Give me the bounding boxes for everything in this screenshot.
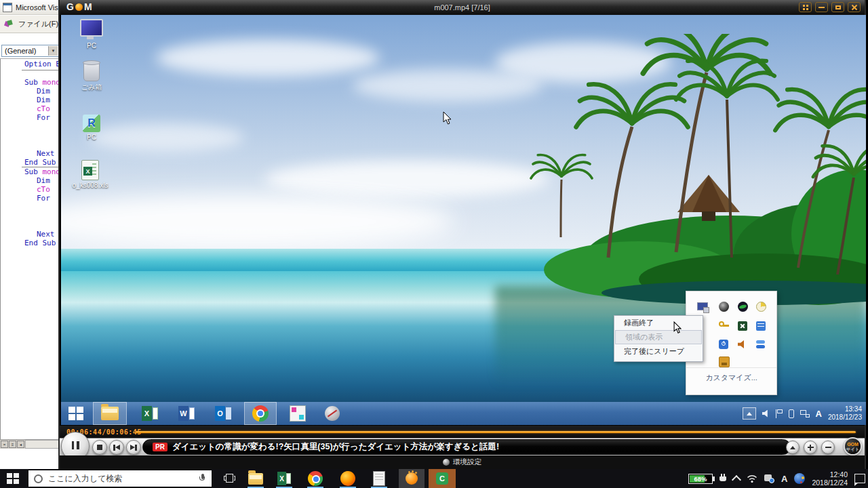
taskbar-camtasia[interactable]: C <box>429 469 456 488</box>
code-line: For <box>37 195 50 203</box>
taskbar-gom-player[interactable] <box>399 469 425 488</box>
ime-indicator[interactable]: A <box>781 474 787 484</box>
vba-app-icon <box>3 3 12 12</box>
recorded-start-button[interactable] <box>64 402 88 425</box>
recorded-taskbar-chrome[interactable] <box>244 402 277 425</box>
wallpaper-island <box>439 34 866 312</box>
recorded-taskbar-outlook[interactable]: O <box>209 402 237 425</box>
menu-item-show-region[interactable]: 領域の表示 <box>615 330 702 344</box>
taskbar-chrome[interactable] <box>305 471 326 486</box>
vba-file-menu[interactable]: ファイル(F) <box>18 19 58 29</box>
module-view-button[interactable]: ≡ <box>9 441 16 448</box>
video-area[interactable]: PC ごみ箱 R PC X o_ks008.xls <box>61 15 866 425</box>
menu-item-stop-recording[interactable]: 録画終了 <box>614 316 703 330</box>
windows-logo-icon <box>7 473 19 484</box>
action-center-icon[interactable] <box>854 474 865 483</box>
chevron-down-icon[interactable]: ▼ <box>48 46 58 56</box>
vba-code-panel[interactable]: Option E Sub mond Dim Dim cTo For Next E… <box>0 58 60 440</box>
taskbar-notes[interactable] <box>369 471 389 486</box>
desktop-icon-r-app[interactable]: R PC <box>68 115 115 141</box>
gom-site-button[interactable]: GOM サイト <box>844 437 862 455</box>
recycle-bin-icon <box>83 62 100 81</box>
excel-file-icon: X <box>81 160 99 180</box>
recorded-taskbar-excel[interactable]: X <box>136 402 164 425</box>
volume-up-button[interactable] <box>804 441 817 454</box>
pc-icon <box>80 19 103 37</box>
task-view-button[interactable] <box>224 474 235 483</box>
power-plug-icon[interactable] <box>719 474 726 484</box>
desktop-icon-label: PC <box>68 42 115 49</box>
tray-swirl-icon[interactable] <box>719 302 730 312</box>
screen: Microsoft Vis ファイル(F) (General) ▼ Option… <box>0 0 868 488</box>
gom-logo: G M <box>66 1 92 12</box>
taskbar-clock[interactable]: 12:40 2018/12/24 <box>812 470 848 487</box>
tray-oval-icon[interactable] <box>738 302 749 312</box>
taskbar-tray: 68% A 12:40 2018/12/24 <box>688 469 865 488</box>
globe-app-icon[interactable] <box>794 473 805 484</box>
recorded-taskbar-explorer[interactable] <box>93 402 127 425</box>
phone-icon[interactable] <box>789 409 794 418</box>
code-line: Dim <box>37 87 50 96</box>
tray-volume-icon[interactable] <box>738 340 749 350</box>
taskbar-excel[interactable]: X <box>274 471 294 486</box>
next-button[interactable] <box>126 440 141 455</box>
maximize-button[interactable] <box>831 2 844 12</box>
tray-shield-icon[interactable] <box>738 321 749 332</box>
pr-badge: PR <box>153 443 167 451</box>
show-hidden-icons-caret[interactable] <box>732 475 741 485</box>
tray-power-icon[interactable] <box>719 340 730 350</box>
flag-icon[interactable] <box>776 409 783 418</box>
tray-customize-link[interactable]: カスタマイズ... <box>686 373 776 383</box>
vba-general-dropdown[interactable]: (General) ▼ <box>1 45 59 57</box>
pin-button[interactable] <box>799 2 812 12</box>
scroll-left-arrow[interactable]: ◂ <box>17 441 24 448</box>
procedure-view-button[interactable]: = <box>1 441 8 448</box>
recorded-taskbar-photos[interactable] <box>283 402 312 425</box>
outlook-icon: O <box>215 406 231 421</box>
recorded-clock[interactable]: 13:34 2018/12/23 <box>828 405 862 422</box>
volume-down-button[interactable] <box>821 441 835 454</box>
vba-view-buttons-scrollbar: = ≡ ◂ <box>0 439 60 449</box>
news-ticker[interactable]: PR ダイエットの常識が変わる!?矢口真里(35)が行ったダイエット方法が楽すぎ… <box>142 439 791 455</box>
microphone-icon[interactable] <box>199 474 206 484</box>
volume-icon[interactable] <box>762 410 770 418</box>
code-line: cTo <box>37 186 50 194</box>
start-button[interactable] <box>7 473 19 484</box>
show-hidden-icons-button[interactable] <box>743 407 756 420</box>
ime-indicator[interactable]: A <box>816 409 822 419</box>
tray-stack-icon[interactable] <box>756 340 767 351</box>
seek-bar[interactable] <box>136 431 856 433</box>
gear-icon <box>443 459 450 466</box>
eject-button[interactable] <box>786 441 800 454</box>
code-line: For <box>37 114 50 122</box>
network-icon[interactable] <box>800 410 810 418</box>
battery-indicator[interactable]: 68% <box>688 474 713 484</box>
desktop-icon-recycle-bin[interactable]: ごみ箱 <box>68 62 115 92</box>
gom-title-bar[interactable]: G M m007.mp4 [7/16] <box>60 0 865 15</box>
tray-clock-icon[interactable] <box>756 302 767 312</box>
desktop-icon-xls-file[interactable]: X o_ks008.xls <box>66 160 114 189</box>
taskbar-explorer[interactable] <box>245 471 266 486</box>
previous-button[interactable] <box>109 440 124 455</box>
sync-status-icon[interactable] <box>764 474 774 483</box>
search-box[interactable]: ここに入力して検索 <box>28 470 212 487</box>
horizontal-scrollbar[interactable] <box>25 440 60 449</box>
recorded-taskbar-word[interactable]: W <box>172 402 201 425</box>
desktop-icon-label: o_ks008.xls <box>66 182 114 189</box>
taskbar-firefox[interactable] <box>338 471 358 486</box>
close-button[interactable] <box>848 2 861 12</box>
tray-key-icon[interactable] <box>719 321 730 332</box>
desktop-icon-pc[interactable]: PC <box>68 19 115 49</box>
tray-calendar-icon[interactable] <box>756 321 767 332</box>
recorded-taskbar-recorder[interactable] <box>317 402 347 425</box>
divider <box>686 367 776 368</box>
wifi-icon[interactable] <box>747 474 757 483</box>
stop-button[interactable] <box>92 440 107 455</box>
settings-label[interactable]: 環境設定 <box>453 458 481 467</box>
menu-item-sleep-after[interactable]: 完了後にスリープ <box>614 344 703 359</box>
tray-orange-icon[interactable] <box>719 357 730 367</box>
tray-pc-icon[interactable] <box>697 302 708 313</box>
minimize-button[interactable] <box>815 2 828 12</box>
windows-taskbar: ここに入力して検索 X C <box>0 469 868 488</box>
photos-icon <box>290 405 306 422</box>
